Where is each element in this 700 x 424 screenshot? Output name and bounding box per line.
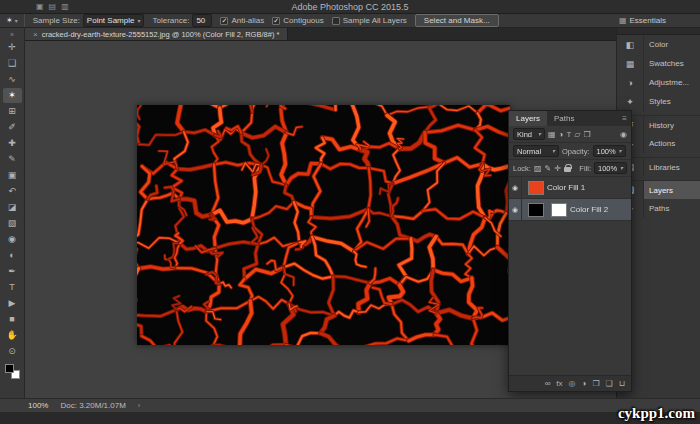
lock-fill-row: Lock: ▨ ✎ ✛ Fill: 100% ▾ bbox=[509, 160, 631, 177]
opacity-label: Opacity: bbox=[562, 147, 590, 156]
new-group-icon[interactable]: ❒ bbox=[592, 380, 599, 388]
document-icon[interactable]: ▤ bbox=[49, 0, 57, 14]
workspace-switcher[interactable]: ▦ Essentials bbox=[619, 16, 666, 25]
dock-collapse-bar[interactable] bbox=[617, 28, 700, 35]
layer-thumbnail[interactable] bbox=[528, 181, 544, 195]
tool-eraser[interactable]: ◪ bbox=[3, 200, 22, 215]
link-layers-icon[interactable]: ∞ bbox=[545, 380, 551, 388]
magic-wand-icon: ✶ bbox=[6, 16, 13, 25]
visibility-eye-icon[interactable]: ◉ bbox=[509, 177, 522, 198]
select-and-mask-button[interactable]: Select and Mask... bbox=[415, 14, 499, 27]
lock-label: Lock: bbox=[513, 164, 531, 173]
filter-toggle-icon[interactable]: ◉ bbox=[620, 130, 627, 139]
layers-panel-footer: ∞ fx ◎ ◑ ❒ ❏ ⊔ bbox=[509, 375, 631, 391]
filter-type-layers-icon[interactable]: T bbox=[566, 130, 571, 139]
options-bar: ✶ ▾ Sample Size: Point Sample ▾ Toleranc… bbox=[0, 14, 700, 28]
color-panel-icon: ◧ bbox=[617, 40, 643, 50]
document-icon[interactable]: ▣ bbox=[36, 0, 44, 14]
foreground-background-colors[interactable] bbox=[5, 364, 20, 379]
layer-row-color-fill-2[interactable]: ◉ Color Fill 2 bbox=[509, 199, 631, 221]
filter-shape-layers-icon[interactable]: ▱ bbox=[574, 130, 580, 139]
tolerance-input[interactable]: 50 bbox=[192, 14, 212, 27]
contiguous-checkbox[interactable]: ✓ Contiguous bbox=[272, 16, 323, 25]
status-flyout-icon[interactable]: › bbox=[138, 402, 140, 409]
tool-spot-healing-brush[interactable]: ✚ bbox=[3, 136, 22, 151]
workspace-icon: ▦ bbox=[619, 16, 627, 25]
tool-gradient[interactable]: ▧ bbox=[3, 216, 22, 231]
panel-menu-icon[interactable]: ≡ bbox=[618, 111, 631, 126]
layer-name: Color Fill 2 bbox=[570, 205, 608, 214]
close-icon[interactable]: × bbox=[33, 30, 38, 39]
dock-item-label: Adjustme... bbox=[643, 73, 700, 92]
tool-eyedropper[interactable]: ✐ bbox=[3, 120, 22, 135]
kind-filter-select[interactable]: Kind ▾ bbox=[513, 128, 545, 140]
new-layer-icon[interactable]: ❏ bbox=[606, 380, 613, 388]
filter-smart-object-icon[interactable]: ❒ bbox=[583, 130, 590, 139]
fill-value: 100% bbox=[598, 164, 617, 173]
tool-lasso[interactable]: ∿ bbox=[3, 72, 22, 87]
add-layer-mask-icon[interactable]: ◎ bbox=[569, 380, 576, 388]
blend-mode-select[interactable]: Normal ▾ bbox=[513, 145, 559, 157]
lock-transparency-icon[interactable]: ▨ bbox=[534, 164, 542, 173]
filter-adjustment-layers-icon[interactable]: ◑ bbox=[559, 130, 564, 139]
foreground-color-swatch[interactable] bbox=[5, 364, 14, 373]
tool-rectangular-marquee[interactable]: ❑ bbox=[3, 56, 22, 71]
tool-history-brush[interactable]: ↶ bbox=[3, 184, 22, 199]
tool-dodge[interactable]: ◐ bbox=[3, 248, 22, 263]
dock-item-swatches[interactable]: ▦ Swatches bbox=[617, 54, 700, 73]
delete-layer-icon[interactable]: ⊔ bbox=[619, 380, 625, 388]
anti-alias-label: Anti-alias bbox=[231, 16, 264, 25]
opacity-value: 100% bbox=[597, 147, 616, 156]
toolbar-collapse-icon[interactable]: » bbox=[10, 30, 14, 39]
tolerance-label: Tolerance: bbox=[152, 16, 189, 25]
tool-move[interactable]: ✛ bbox=[3, 40, 22, 55]
tool-clone-stamp[interactable]: ▣ bbox=[3, 168, 22, 183]
layer-style-icon[interactable]: fx bbox=[556, 380, 562, 388]
tab-paths[interactable]: Paths bbox=[547, 111, 581, 126]
fill-label: Fill: bbox=[579, 164, 591, 173]
lock-all-icon[interactable] bbox=[564, 164, 571, 172]
sample-size-select[interactable]: Point Sample ▾ bbox=[83, 14, 145, 27]
watermark-text: cykpp1.com bbox=[618, 405, 695, 422]
lock-position-icon[interactable]: ✛ bbox=[554, 164, 561, 173]
tool-brush[interactable]: ✎ bbox=[3, 152, 22, 167]
checkbox-unchecked-icon bbox=[332, 17, 340, 25]
dock-item-adjustments[interactable]: ◑ Adjustme... bbox=[617, 73, 700, 92]
tool-crop[interactable]: ⊞ bbox=[3, 104, 22, 119]
document-tab[interactable]: × cracked-dry-earth-texture-2555152.jpg … bbox=[25, 28, 288, 40]
tab-layers[interactable]: Layers bbox=[509, 111, 547, 126]
dock-item-styles[interactable]: ✦ Styles bbox=[617, 92, 700, 111]
layer-mask-thumbnail[interactable] bbox=[551, 203, 567, 217]
filter-pixel-layers-icon[interactable]: ▦ bbox=[548, 130, 556, 139]
tool-pen[interactable]: ✒ bbox=[3, 264, 22, 279]
dock-item-color[interactable]: ◧ Color bbox=[617, 35, 700, 54]
tool-path-selection[interactable]: ▶ bbox=[3, 296, 22, 311]
new-adjustment-layer-icon[interactable]: ◑ bbox=[582, 380, 587, 388]
tool-preset-picker[interactable]: ✶ ▾ bbox=[6, 14, 25, 27]
layer-thumbnail[interactable] bbox=[528, 203, 544, 217]
tool-zoom[interactable]: ⊙ bbox=[3, 344, 22, 359]
tool-hand[interactable]: ✋ bbox=[3, 328, 22, 343]
tool-magic-wand[interactable]: ✶ bbox=[3, 88, 22, 103]
doc-size-info[interactable]: Doc: 3.20M/1.07M bbox=[60, 401, 125, 410]
document-image[interactable] bbox=[137, 105, 510, 345]
dock-item-label: Paths bbox=[643, 199, 700, 218]
document-icon[interactable]: ▥ bbox=[61, 0, 69, 14]
anti-alias-checkbox[interactable]: ✓ Anti-alias bbox=[220, 16, 264, 25]
fill-input[interactable]: 100% ▾ bbox=[594, 162, 627, 174]
visibility-eye-icon[interactable]: ◉ bbox=[509, 199, 522, 220]
chevron-down-icon: ▾ bbox=[552, 148, 555, 154]
styles-panel-icon: ✦ bbox=[617, 97, 643, 107]
sample-all-layers-checkbox[interactable]: Sample All Layers bbox=[332, 16, 407, 25]
zoom-level-input[interactable]: 100% bbox=[28, 401, 48, 410]
opacity-input[interactable]: 100% ▾ bbox=[593, 145, 626, 157]
tool-rectangle-shape[interactable]: ■ bbox=[3, 312, 22, 327]
tool-type[interactable]: T bbox=[3, 280, 22, 295]
dock-item-label: Swatches bbox=[643, 54, 700, 73]
layer-row-color-fill-1[interactable]: ◉ Color Fill 1 bbox=[509, 177, 631, 199]
lock-pixels-icon[interactable]: ✎ bbox=[545, 164, 552, 173]
window-title: Adobe Photoshop CC 2015.5 bbox=[0, 2, 700, 12]
document-tab-title: cracked-dry-earth-texture-2555152.jpg @ … bbox=[42, 30, 280, 39]
chevron-down-icon: ▾ bbox=[137, 18, 140, 24]
tool-blur[interactable]: ◉ bbox=[3, 232, 22, 247]
